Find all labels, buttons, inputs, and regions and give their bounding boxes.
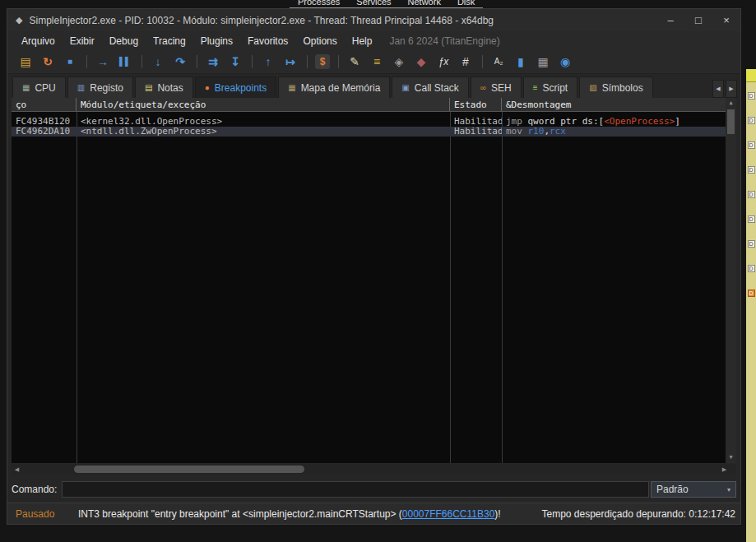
side-strip-item[interactable]: D bbox=[748, 265, 755, 272]
bg-tab-services[interactable]: Services bbox=[348, 0, 399, 7]
execute-till-return-icon[interactable]: ⇉ bbox=[205, 53, 221, 71]
breakpoint-module: <kernel32.dll.OpenProcess> bbox=[77, 117, 450, 127]
status-message-text: INT3 breakpoint "entry breakpoint" at <s… bbox=[78, 508, 402, 520]
side-strip-item[interactable]: D bbox=[748, 215, 755, 223]
breakpoint-row[interactable]: FC4934B120 <kernel32.dll.OpenProcess> Ha… bbox=[12, 117, 726, 127]
menu-help[interactable]: Help bbox=[345, 33, 380, 49]
notes-icon: ▤ bbox=[145, 83, 152, 92]
stop-icon[interactable]: ■ bbox=[62, 53, 78, 71]
patches-icon[interactable]: ≡ bbox=[369, 53, 385, 71]
bookmarks-icon[interactable]: ▮ bbox=[513, 53, 529, 71]
asm-symbol: <OpenProcess> bbox=[604, 117, 675, 127]
side-strip-item[interactable]: D bbox=[748, 92, 755, 100]
run-icon[interactable]: → bbox=[95, 53, 111, 71]
call-stack-icon: ▣ bbox=[401, 83, 409, 92]
scroll-right-icon[interactable]: ▶ bbox=[719, 464, 730, 475]
horizontal-scroll-thumb[interactable] bbox=[74, 466, 304, 473]
calculator-icon[interactable]: ƒx bbox=[435, 53, 452, 71]
hide-debugger-icon[interactable]: ◆ bbox=[413, 53, 429, 71]
bg-tab-network[interactable]: Network bbox=[400, 0, 449, 7]
tab-registo[interactable]: ▥ Registo bbox=[67, 76, 133, 98]
menu-debug[interactable]: Debug bbox=[102, 33, 146, 49]
asm-operand: , bbox=[544, 127, 550, 137]
tab-call-stack[interactable]: ▣ Call Stack bbox=[392, 76, 468, 98]
assembler-icon[interactable]: ✎ bbox=[346, 53, 363, 71]
column-header-endereco[interactable]: ço bbox=[12, 98, 77, 111]
status-address-link[interactable]: 00007FF66CC11B30 bbox=[402, 508, 495, 520]
titlebar[interactable]: ◆ SimpleInjector2.exe - PID: 10032 - Mód… bbox=[7, 9, 740, 31]
window-title: SimpleInjector2.exe - PID: 10032 - Módul… bbox=[29, 15, 656, 26]
x64dbg-window: ◆ SimpleInjector2.exe - PID: 10032 - Mód… bbox=[7, 8, 741, 525]
tab-scroll-right-icon[interactable]: ▶ bbox=[726, 80, 737, 98]
table-rows: FC4934B120 <kernel32.dll.OpenProcess> Ha… bbox=[12, 112, 726, 137]
breakpoint-row-selected[interactable]: FC4962DA10 <ntdll.dll.ZwOpenProcess> Hab… bbox=[12, 127, 726, 137]
bg-tab-processes[interactable]: Processes bbox=[290, 0, 348, 7]
menubar: Arquivo Exibir Debug Tracing Plugins Fav… bbox=[7, 31, 740, 50]
side-strip-item-active[interactable]: D bbox=[748, 290, 755, 297]
bg-tab-disk[interactable]: Disk bbox=[449, 0, 483, 7]
tab-label: Mapa de Memória bbox=[301, 82, 381, 94]
column-divider bbox=[450, 112, 451, 463]
menu-tracing[interactable]: Tracing bbox=[146, 33, 193, 49]
tab-notas[interactable]: ▤ Notas bbox=[135, 76, 193, 98]
breakpoint-icon: ● bbox=[205, 83, 210, 92]
open-file-icon[interactable]: ▤ bbox=[17, 53, 34, 71]
chevron-down-icon: ▾ bbox=[727, 486, 730, 493]
menu-plugins[interactable]: Plugins bbox=[193, 33, 240, 49]
memory-layout-icon[interactable]: ▦ bbox=[535, 53, 551, 71]
asm-register: rcx bbox=[550, 127, 566, 137]
comments-icon[interactable]: # bbox=[457, 53, 474, 71]
vertical-scroll-thumb[interactable] bbox=[727, 109, 735, 134]
side-strip-item[interactable]: D bbox=[748, 166, 755, 174]
preferences-icon[interactable]: ◉ bbox=[557, 53, 573, 71]
column-header-estado[interactable]: Estado bbox=[450, 98, 502, 111]
compare-icon[interactable]: ◈ bbox=[391, 53, 407, 71]
tab-breakpoints[interactable]: ● Breakpoints bbox=[195, 76, 276, 98]
tab-mapa-de-memoria[interactable]: ▦ Mapa de Memória bbox=[278, 76, 390, 98]
tab-label: Call Stack bbox=[415, 82, 459, 94]
tab-scroll-left-icon[interactable]: ◀ bbox=[712, 80, 724, 98]
scroll-left-icon[interactable]: ◀ bbox=[12, 464, 22, 475]
step-over-icon[interactable]: ↷ bbox=[172, 53, 188, 71]
maximize-button[interactable]: □ bbox=[684, 9, 712, 31]
restart-icon[interactable]: ↻ bbox=[39, 53, 56, 71]
vertical-scrollbar[interactable]: ▲ ▼ bbox=[726, 98, 736, 463]
tab-label: Registo bbox=[90, 82, 123, 94]
side-strip-item[interactable]: D bbox=[748, 240, 755, 248]
tab-seh[interactable]: ∞ SEH bbox=[471, 76, 522, 98]
step-out-icon[interactable]: ↑ bbox=[260, 53, 276, 71]
tab-script[interactable]: ≡ Script bbox=[523, 76, 578, 98]
column-header-desmontagem[interactable]: &Desmontagem bbox=[502, 98, 726, 111]
scroll-down-icon[interactable]: ▼ bbox=[726, 452, 736, 463]
menu-options[interactable]: Options bbox=[295, 33, 344, 49]
menu-favoritos[interactable]: Favoritos bbox=[240, 33, 295, 49]
toolbar-separator bbox=[141, 55, 142, 68]
pause-icon[interactable]: ▌▌ bbox=[117, 53, 133, 71]
close-button[interactable]: × bbox=[712, 9, 740, 31]
minimize-button[interactable]: – bbox=[656, 9, 684, 31]
menu-arquivo[interactable]: Arquivo bbox=[14, 33, 63, 49]
scroll-up-icon[interactable]: ▲ bbox=[726, 98, 736, 109]
tab-simbolos[interactable]: ▧ Símbolos bbox=[579, 76, 652, 98]
status-message-suffix: )! bbox=[494, 508, 500, 520]
side-strip-item[interactable]: D bbox=[748, 141, 755, 149]
step-into-icon[interactable]: ↓ bbox=[150, 53, 166, 71]
horizontal-scrollbar[interactable]: ◀ ▶ bbox=[12, 464, 736, 475]
tab-label: Notas bbox=[157, 82, 183, 94]
run-trace-icon[interactable]: ↦ bbox=[282, 53, 299, 71]
command-input[interactable] bbox=[62, 481, 649, 498]
asm-mnemonic: jmp bbox=[506, 117, 528, 127]
tab-cpu[interactable]: ▦ CPU bbox=[12, 76, 66, 98]
side-strip-item[interactable]: D bbox=[748, 117, 755, 124]
trace-record-icon[interactable]: $ bbox=[315, 54, 330, 69]
tab-scroll-controls: ◀ ▶ bbox=[712, 80, 737, 98]
tab-label: Símbolos bbox=[602, 82, 643, 94]
menu-exibir[interactable]: Exibir bbox=[63, 33, 102, 49]
run-to-user-code-icon[interactable]: ↧ bbox=[227, 53, 243, 71]
labels-icon[interactable]: A₂ bbox=[490, 53, 507, 71]
toolbar-separator bbox=[252, 55, 253, 68]
status-message: INT3 breakpoint "entry breakpoint" at <s… bbox=[78, 508, 501, 520]
side-strip-item[interactable]: D bbox=[748, 191, 755, 198]
column-header-modulo[interactable]: Módulo/etiqueta/exceção bbox=[77, 98, 450, 111]
command-mode-dropdown[interactable]: Padrão ▾ bbox=[651, 481, 736, 498]
